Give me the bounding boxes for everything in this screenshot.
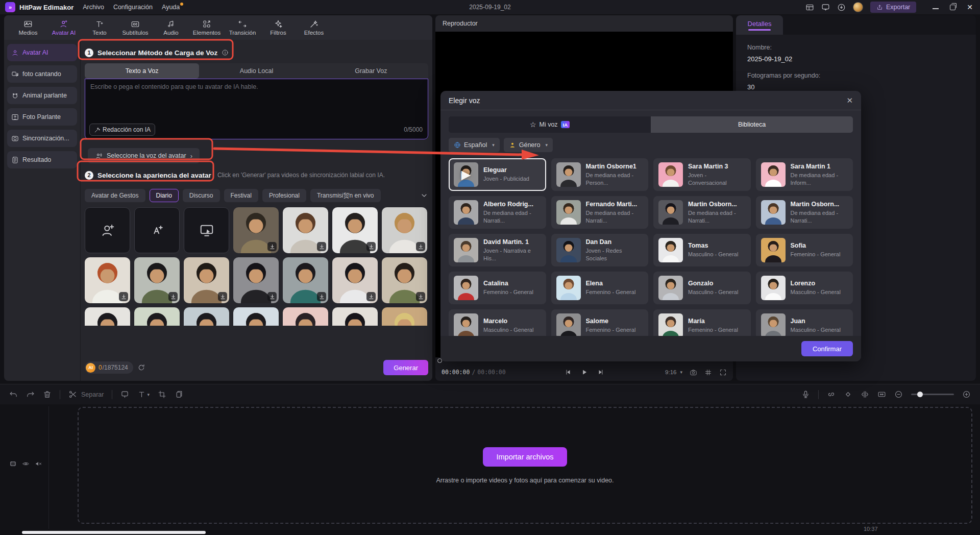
download-icon[interactable] xyxy=(317,292,326,301)
zoom-out-button[interactable] xyxy=(894,390,903,399)
category-discurso[interactable]: Discurso xyxy=(183,189,220,202)
method-tab-texto-a-voz[interactable]: Texto a Voz xyxy=(85,63,199,79)
avatar-photo-17[interactable] xyxy=(332,307,378,326)
dialog-close-icon[interactable]: ✕ xyxy=(846,96,853,105)
avatar-photo-9[interactable] xyxy=(283,257,328,303)
avatar-photo-18[interactable] xyxy=(382,307,427,326)
fit-timeline-icon[interactable] xyxy=(877,390,886,399)
split-view-icon[interactable] xyxy=(861,390,869,399)
restore-button[interactable] xyxy=(950,5,955,10)
ai-writing-button[interactable]: Redacción con IA xyxy=(89,124,155,136)
toolbar-tab-filtros[interactable]: Filtros xyxy=(261,19,295,36)
zoom-slider-knob[interactable] xyxy=(917,392,923,397)
voice-card-martin-osborn-8[interactable]: Martin Osborn...De mediana edad - Narrat… xyxy=(756,196,853,229)
download-icon[interactable] xyxy=(416,242,425,251)
keyframe-icon[interactable] xyxy=(844,390,852,399)
download-center-icon[interactable] xyxy=(837,3,846,12)
confirm-button[interactable]: Confirmar xyxy=(801,341,853,356)
tab-my-voice[interactable]: ☆ Mi voz IA xyxy=(449,116,651,133)
next-frame-button[interactable] xyxy=(597,369,604,376)
sidebar-item-foto-cantando[interactable]: foto cantando xyxy=(7,65,77,83)
marker-icon[interactable] xyxy=(120,390,129,399)
voice-card-catalina-13[interactable]: CatalinaFemenino - General xyxy=(449,272,546,304)
download-icon[interactable] xyxy=(168,292,178,301)
info-icon[interactable] xyxy=(222,49,229,56)
import-files-button[interactable]: Importar archivos xyxy=(483,447,567,467)
add-text-avatar-cell[interactable] xyxy=(134,207,180,253)
text-tool-button[interactable]: ▾ xyxy=(137,390,150,399)
user-avatar[interactable] xyxy=(853,2,863,12)
gender-filter-select[interactable]: Género ▾ xyxy=(504,138,553,152)
menu-configuracion[interactable]: Configuración xyxy=(113,4,153,11)
timeline-zoom-slider[interactable] xyxy=(911,394,954,395)
download-icon[interactable] xyxy=(416,292,425,301)
toolbar-tab-avatar-ai[interactable]: Avatar AI xyxy=(47,19,81,36)
avatar-photo-15[interactable] xyxy=(233,307,279,326)
voice-card-alberto-rodrig-5[interactable]: Alberto Rodrig...De mediana edad - Narra… xyxy=(449,196,546,229)
minimize-button[interactable] xyxy=(933,8,939,9)
delete-icon[interactable] xyxy=(43,390,52,399)
toolbar-tab-audio[interactable]: Audio xyxy=(154,19,188,36)
close-button[interactable]: ✕ xyxy=(967,4,973,11)
timeline-horizontal-scrollbar[interactable] xyxy=(22,531,206,534)
avatar-photo-14[interactable] xyxy=(184,307,229,326)
voice-card-sofia-12[interactable]: SofiaFemenino - General xyxy=(756,234,853,266)
redo-icon[interactable] xyxy=(26,390,35,399)
paste-icon[interactable] xyxy=(175,390,183,399)
avatar-photo-12[interactable] xyxy=(85,307,130,326)
tts-textarea[interactable] xyxy=(90,83,423,119)
toolbar-tab-elementos[interactable]: Elementos xyxy=(190,19,224,36)
sidebar-item-foto-parlante[interactable]: Foto Parlante xyxy=(7,108,77,126)
sidebar-item-avatar-ai[interactable]: Avatar AI xyxy=(7,44,77,61)
refresh-credits-icon[interactable] xyxy=(137,363,145,372)
track-mute-icon[interactable] xyxy=(35,460,42,468)
previous-frame-button[interactable] xyxy=(565,369,572,376)
feedback-icon[interactable] xyxy=(821,3,830,12)
toolbar-tab-subtitulos[interactable]: Subtítulos xyxy=(118,19,152,36)
avatar-photo-2[interactable] xyxy=(283,207,328,253)
track-thumbnail-icon[interactable] xyxy=(9,460,17,468)
avatar-photo-5[interactable] xyxy=(85,257,130,303)
toolbar-tab-medios[interactable]: Medios xyxy=(11,19,45,36)
layout-panels-icon[interactable] xyxy=(805,3,814,12)
download-icon[interactable] xyxy=(366,242,376,251)
fullscreen-icon[interactable] xyxy=(719,369,727,376)
avatar-photo-8[interactable] xyxy=(233,257,279,303)
avatar-photo-16[interactable] xyxy=(283,307,328,326)
avatar-photo-6[interactable] xyxy=(134,257,180,303)
generate-button[interactable]: Generar xyxy=(383,360,428,375)
zoom-in-button[interactable] xyxy=(962,390,971,399)
avatar-photo-10[interactable] xyxy=(332,257,378,303)
download-icon[interactable] xyxy=(366,292,376,301)
import-drop-zone[interactable]: Importar archivos Arrastre o importe vid… xyxy=(78,407,972,524)
voice-card-dan-dan-10[interactable]: Dan DanJoven - Redes Sociales xyxy=(551,234,649,266)
sidebar-item-sincronizacion[interactable]: Sincronización... xyxy=(7,130,77,147)
method-tab-audio-local[interactable]: Audio Local xyxy=(199,63,313,79)
download-icon[interactable] xyxy=(119,292,128,301)
menu-archivo[interactable]: Archivo xyxy=(83,4,104,11)
voice-card-tomas-11[interactable]: TomasMasculino - General xyxy=(653,234,751,266)
voice-card-lorenzo-16[interactable]: LorenzoMasculino - General xyxy=(756,272,853,304)
avatar-photo-4[interactable] xyxy=(382,207,427,253)
tab-library[interactable]: Biblioteca xyxy=(651,116,853,133)
export-button[interactable]: Exportar xyxy=(870,2,916,13)
track-visibility-icon[interactable] xyxy=(22,460,30,468)
category-diario[interactable]: Diario xyxy=(150,189,179,202)
sidebar-item-resultado[interactable]: Resultado xyxy=(7,151,77,168)
download-icon[interactable] xyxy=(267,292,277,301)
category-profesional[interactable]: Profesional xyxy=(262,189,306,202)
method-tab-grabar-voz[interactable]: Grabar Voz xyxy=(314,63,428,79)
sidebar-item-animal-parlante[interactable]: Animal parlante xyxy=(7,87,77,104)
voiceover-mic-icon[interactable] xyxy=(801,390,810,399)
category-expand-icon[interactable] xyxy=(420,191,428,200)
voice-card-gonzalo-15[interactable]: GonzaloMasculino - General xyxy=(653,272,751,304)
avatar-photo-1[interactable] xyxy=(233,207,279,253)
download-icon[interactable] xyxy=(218,292,227,301)
avatar-photo-11[interactable] xyxy=(382,257,427,303)
avatar-photo-13[interactable] xyxy=(134,307,180,326)
menu-ayuda[interactable]: Ayuda xyxy=(162,4,180,11)
voice-card-fernando-marti-6[interactable]: Fernando Marti...De mediana edad - Narra… xyxy=(551,196,649,229)
language-filter-select[interactable]: Español ▾ xyxy=(449,138,500,152)
download-icon[interactable] xyxy=(317,242,326,251)
category-festival[interactable]: Festival xyxy=(224,189,258,202)
